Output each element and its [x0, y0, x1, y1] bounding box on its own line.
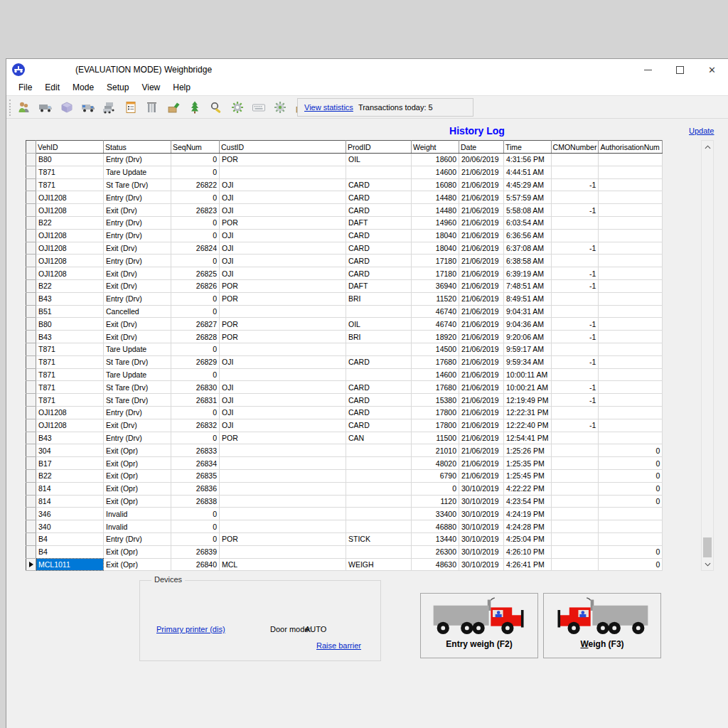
cell-date[interactable]: 21/06/2019 — [459, 305, 504, 318]
table-row[interactable]: MCL1011Exit (Opr)26840MCLWEIGH4863030/10… — [26, 558, 663, 571]
cell-custid[interactable]: OJI — [220, 419, 346, 432]
table-row[interactable]: T871St Tare (Drv)26830OJICARD1768021/06/… — [26, 381, 663, 394]
cell-prodid[interactable]: DAFT — [346, 279, 412, 292]
cell-time[interactable]: 6:03:54 AM — [504, 216, 552, 229]
cell-authorisationnum[interactable] — [599, 229, 663, 242]
cell-cmonumber[interactable] — [551, 545, 599, 558]
cell-vehid[interactable]: T871 — [36, 381, 104, 394]
cell-status[interactable]: Exit (Opr) — [104, 457, 171, 470]
row-selector[interactable] — [26, 343, 36, 355]
menu-item-mode[interactable]: Mode — [66, 80, 100, 95]
cell-cmonumber[interactable] — [551, 532, 599, 545]
cell-custid[interactable]: MCL — [220, 558, 346, 571]
row-selector[interactable] — [26, 191, 36, 204]
table-row[interactable]: 814Exit (Opr)26836030/10/20194:22:22 PM0 — [26, 482, 663, 495]
row-selector[interactable] — [26, 368, 36, 381]
cell-status[interactable]: Tare Update — [104, 166, 171, 178]
cell-custid[interactable]: OJI — [220, 355, 346, 368]
cell-vehid[interactable]: 346 — [36, 508, 104, 520]
cell-status[interactable]: St Tare (Drv) — [104, 178, 171, 191]
cell-custid[interactable]: OJI — [220, 381, 346, 394]
cell-weight[interactable]: 0 — [412, 482, 459, 495]
cell-prodid[interactable] — [346, 508, 412, 520]
cell-custid[interactable] — [220, 305, 346, 318]
cell-cmonumber[interactable] — [551, 154, 599, 166]
cell-weight[interactable]: 18040 — [412, 229, 459, 242]
row-selector[interactable] — [26, 292, 36, 305]
cell-seqnum[interactable]: 26827 — [171, 318, 220, 331]
cell-seqnum[interactable]: 0 — [171, 343, 220, 355]
table-row[interactable]: B22Entry (Drv)0PORDAFT1496021/06/20196:0… — [26, 216, 663, 229]
row-selector[interactable] — [26, 482, 36, 495]
cell-time[interactable]: 4:24:28 PM — [504, 520, 552, 533]
table-row[interactable]: B80Entry (Drv)0POROIL1860020/06/20194:31… — [26, 154, 663, 166]
cell-custid[interactable] — [220, 368, 346, 381]
row-selector[interactable] — [26, 178, 36, 191]
row-selector[interactable] — [26, 444, 36, 457]
cell-seqnum[interactable]: 0 — [171, 520, 220, 533]
cell-custid[interactable] — [220, 520, 346, 533]
table-row[interactable]: B43Exit (Drv)26828PORBRI1892021/06/20199… — [26, 331, 663, 343]
row-selector[interactable] — [26, 545, 36, 558]
cell-prodid[interactable]: CARD — [346, 229, 412, 242]
table-row[interactable]: B22Exit (Opr)26835679021/06/20191:25:45 … — [26, 469, 663, 482]
cell-date[interactable]: 21/06/2019 — [459, 242, 504, 255]
cell-cmonumber[interactable]: -1 — [551, 178, 599, 191]
row-selector[interactable] — [26, 469, 36, 482]
table-row[interactable]: OJI1208Entry (Drv)0OJICARD1804021/06/201… — [26, 229, 663, 242]
cell-status[interactable]: Exit (Opr) — [104, 558, 171, 571]
cell-weight[interactable]: 16080 — [412, 178, 459, 191]
cell-seqnum[interactable]: 26825 — [171, 267, 220, 280]
row-selector[interactable] — [26, 305, 36, 318]
table-row[interactable]: OJI1208Entry (Drv)0OJICARD1718021/06/201… — [26, 255, 663, 267]
cell-date[interactable]: 20/06/2019 — [459, 154, 504, 166]
table-row[interactable]: OJI1208Exit (Drv)26832OJICARD1780021/06/… — [26, 419, 663, 432]
find-icon[interactable] — [208, 100, 224, 115]
cell-authorisationnum[interactable] — [599, 279, 663, 292]
cell-time[interactable]: 6:38:58 AM — [504, 255, 552, 267]
cell-vehid[interactable]: T871 — [36, 394, 104, 407]
keyboard-icon[interactable] — [251, 100, 267, 115]
cell-custid[interactable] — [220, 469, 346, 482]
cell-seqnum[interactable]: 0 — [171, 255, 220, 267]
cell-vehid[interactable]: OJI1208 — [36, 204, 104, 217]
cell-seqnum[interactable]: 26834 — [171, 457, 220, 470]
table-row[interactable]: B51Cancelled04674021/06/20199:04:31 AM — [26, 305, 663, 318]
cell-date[interactable]: 21/06/2019 — [459, 204, 504, 217]
cell-custid[interactable]: POR — [220, 331, 346, 343]
cell-prodid[interactable]: CARD — [346, 204, 412, 217]
cell-cmonumber[interactable] — [551, 406, 599, 419]
cell-authorisationnum[interactable] — [599, 292, 663, 305]
cell-cmonumber[interactable] — [551, 508, 599, 520]
cell-authorisationnum[interactable] — [599, 532, 663, 545]
primary-printer-link[interactable]: Primary printer (dis) — [156, 625, 225, 633]
menu-item-file[interactable]: File — [12, 80, 38, 95]
cell-seqnum[interactable]: 26828 — [171, 331, 220, 343]
cell-vehid[interactable]: B51 — [36, 305, 104, 318]
row-selector[interactable] — [26, 279, 36, 292]
cell-vehid[interactable]: B22 — [36, 279, 104, 292]
cell-status[interactable]: St Tare (Drv) — [104, 355, 171, 368]
cell-authorisationnum[interactable] — [599, 343, 663, 355]
cell-cmonumber[interactable] — [551, 432, 599, 444]
table-row[interactable]: T871Tare Update01460021/06/201910:00:11 … — [26, 368, 663, 381]
dispatch-icon[interactable] — [166, 100, 181, 115]
cell-authorisationnum[interactable]: 0 — [599, 558, 663, 571]
cell-custid[interactable]: POR — [220, 154, 346, 166]
cell-date[interactable]: 21/06/2019 — [459, 267, 504, 280]
cell-date[interactable]: 21/06/2019 — [459, 292, 504, 305]
cell-date[interactable]: 21/06/2019 — [459, 178, 504, 191]
fleet-icon[interactable] — [102, 100, 117, 115]
menu-item-help[interactable]: Help — [166, 80, 197, 95]
row-selector[interactable] — [26, 532, 36, 545]
cell-custid[interactable]: OJI — [220, 394, 346, 407]
cell-status[interactable]: Exit (Opr) — [104, 469, 171, 482]
cell-custid[interactable]: OJI — [220, 178, 346, 191]
row-selector[interactable] — [26, 508, 36, 520]
update-link[interactable]: Update — [689, 127, 714, 135]
table-row[interactable]: OJI1208Exit (Drv)26825OJICARD1718021/06/… — [26, 267, 663, 280]
cell-cmonumber[interactable] — [551, 166, 599, 178]
cell-cmonumber[interactable] — [551, 191, 599, 204]
cell-seqnum[interactable]: 0 — [171, 216, 220, 229]
cell-authorisationnum[interactable] — [599, 318, 663, 331]
